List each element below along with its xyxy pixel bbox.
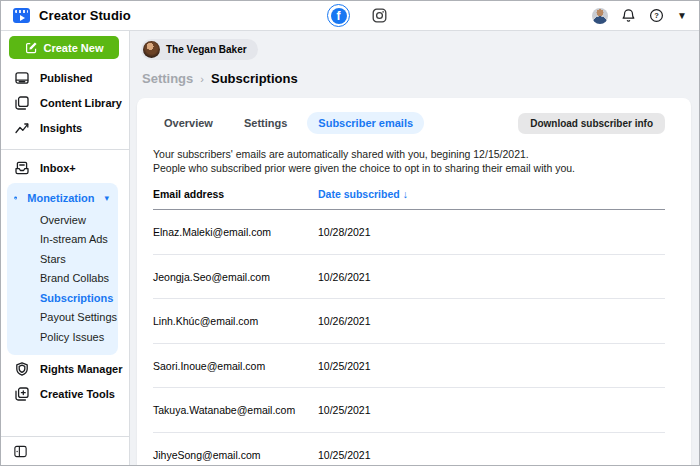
facebook-icon: f [331, 8, 347, 24]
creative-tools-icon [14, 386, 30, 402]
instagram-icon [372, 8, 387, 23]
monetization-label: Monetization [27, 192, 94, 204]
page-avatar [143, 41, 160, 58]
account-menu-button[interactable]: ▼ [677, 10, 687, 21]
sidebar-item-published[interactable]: Published [1, 65, 129, 90]
page-name: The Vegan Baker [166, 44, 247, 55]
subscriber-email: Saori.Inoue@email.com [153, 360, 318, 372]
subscriber-email: JihyeSong@email.com [153, 449, 318, 461]
subscriber-row: Linh.Khúc@email.com10/26/2021 [153, 299, 665, 344]
app-title: Creator Studio [39, 8, 131, 23]
sidebar-subitem-payout-settings[interactable]: Payout Settings [7, 308, 118, 328]
subscriber-table: Email address Date subscribed ↓ Elnaz.Ma… [153, 188, 665, 466]
instagram-platform-button[interactable] [372, 8, 387, 23]
tab-overview[interactable]: Overview [153, 112, 224, 134]
insights-icon [14, 120, 30, 136]
subscriber-row: Takuya.Watanabe@email.com10/25/2021 [153, 388, 665, 433]
sidebar-secondary-nav: Inbox+ [1, 155, 129, 180]
bell-icon [621, 8, 636, 23]
breadcrumb: Settings › Subscriptions [142, 71, 699, 86]
sidebar-item-monetization[interactable]: $ Monetization ▾ [7, 185, 118, 210]
subscriber-date: 10/25/2021 [318, 449, 665, 461]
caret-down-icon: ▼ [677, 10, 687, 21]
sidebar-subitem-stars[interactable]: Stars [7, 249, 118, 269]
sidebar-item-label: Insights [40, 122, 82, 134]
subscriber-date: 10/25/2021 [318, 360, 665, 372]
subscriber-row: JihyeSong@email.com10/25/2021 [153, 433, 665, 466]
sidebar-subitem-overview[interactable]: Overview [7, 210, 118, 230]
breadcrumb-separator-icon: › [200, 73, 204, 85]
create-new-label: Create New [44, 42, 104, 54]
subscriber-row: Elnaz.Maleki@email.com10/28/2021 [153, 210, 665, 255]
sidebar-item-label: Rights Manager [40, 363, 123, 375]
monetization-subnav: OverviewIn-stream AdsStarsBrand CollabsS… [7, 210, 118, 347]
sidebar-item-content-library[interactable]: Content Library [1, 90, 129, 115]
creator-studio-logo-icon [13, 8, 30, 23]
shield-icon [14, 361, 30, 377]
description-line-1: Your subscribers' emails are automatical… [153, 147, 665, 161]
breadcrumb-settings[interactable]: Settings [142, 71, 193, 86]
sidebar: Create New PublishedContent LibraryInsig… [1, 31, 130, 465]
sidebar-primary-nav: PublishedContent LibraryInsights [1, 65, 129, 140]
collapse-sidebar-button[interactable] [13, 444, 28, 459]
subscriptions-card: OverviewSettingsSubscriber emails Downlo… [137, 98, 691, 465]
subscriber-row: Jeongja.Seo@email.com10/26/2021 [153, 255, 665, 300]
subscriber-row: Saori.Inoue@email.com10/25/2021 [153, 344, 665, 389]
sidebar-item-inbox-[interactable]: Inbox+ [1, 155, 129, 180]
sidebar-item-creative-tools[interactable]: Creative Tools [1, 382, 129, 407]
main-content: The Vegan Baker Settings › Subscriptions… [130, 31, 699, 465]
subscriber-email: Elnaz.Maleki@email.com [153, 226, 318, 238]
svg-text:?: ? [654, 11, 659, 20]
email-address-column-header: Email address [153, 188, 318, 200]
sidebar-subitem-policy-issues[interactable]: Policy Issues [7, 327, 118, 347]
sidebar-item-label: Content Library [40, 97, 122, 109]
top-bar: Creator Studio f [1, 1, 699, 31]
facebook-platform-button[interactable]: f [327, 4, 350, 27]
sidebar-item-label: Creative Tools [40, 388, 115, 400]
sidebar-item-rights-manager[interactable]: Rights Manager [1, 357, 129, 382]
subscriber-date: 10/28/2021 [318, 226, 665, 238]
platform-switcher: f [327, 4, 387, 27]
subscriber-email: Takuya.Watanabe@email.com [153, 404, 318, 416]
compose-icon [25, 41, 38, 54]
download-subscriber-info-button[interactable]: Download subscriber info [518, 113, 665, 134]
sort-descending-icon: ↓ [403, 188, 408, 200]
date-subscribed-sort-button[interactable]: Date subscribed ↓ [318, 188, 665, 200]
subscriber-date: 10/26/2021 [318, 271, 665, 283]
content-library-icon [14, 95, 30, 111]
sidebar-subitem-brand-collabs[interactable]: Brand Collabs [7, 269, 118, 289]
subscriber-email: Linh.Khúc@email.com [153, 315, 318, 327]
sidebar-item-label: Published [40, 72, 93, 84]
subscriber-email: Jeongja.Seo@email.com [153, 271, 318, 283]
sidebar-subitem-in-stream-ads[interactable]: In-stream Ads [7, 230, 118, 250]
subscriber-emails-description: Your subscribers' emails are automatical… [153, 147, 665, 175]
creator-studio-window: Creator Studio f [0, 0, 700, 466]
sidebar-tertiary-nav: Rights ManagerCreative Tools [1, 357, 129, 407]
notifications-button[interactable] [621, 8, 636, 23]
dollar-circle-icon: $ [14, 190, 17, 206]
chevron-down-icon: ▾ [104, 193, 109, 203]
user-avatar[interactable] [592, 8, 608, 24]
table-body: Elnaz.Maleki@email.com10/28/2021Jeongja.… [153, 210, 665, 466]
collapse-sidebar-icon [13, 444, 28, 459]
sidebar-subitem-subscriptions[interactable]: Subscriptions [7, 288, 118, 308]
tabs: OverviewSettingsSubscriber emails [153, 112, 433, 134]
table-header: Email address Date subscribed ↓ [153, 188, 665, 210]
subscriber-date: 10/25/2021 [318, 404, 665, 416]
monetization-section: $ Monetization ▾ OverviewIn-stream AdsSt… [7, 183, 118, 355]
tab-row: OverviewSettingsSubscriber emails Downlo… [153, 112, 665, 134]
breadcrumb-current: Subscriptions [211, 71, 298, 86]
help-icon: ? [649, 8, 664, 23]
sidebar-divider [1, 149, 129, 150]
tab-settings[interactable]: Settings [233, 112, 298, 134]
subscriber-date: 10/26/2021 [318, 315, 665, 327]
sidebar-item-insights[interactable]: Insights [1, 115, 129, 140]
sidebar-footer [1, 436, 129, 465]
topbar-user-area: ? ▼ [592, 8, 687, 24]
tab-subscriber-emails[interactable]: Subscriber emails [307, 112, 424, 134]
help-button[interactable]: ? [649, 8, 664, 23]
published-icon [14, 70, 30, 86]
create-new-button[interactable]: Create New [9, 36, 119, 59]
sidebar-item-label: Inbox+ [40, 162, 76, 174]
page-selector-pill[interactable]: The Vegan Baker [141, 39, 258, 60]
